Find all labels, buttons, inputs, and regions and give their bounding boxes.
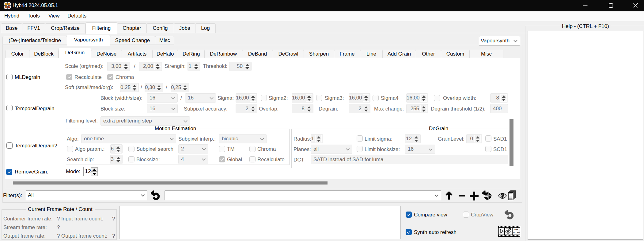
svg-text:VPY: VPY — [514, 228, 518, 231]
svg-text:FILTER: FILTER — [512, 231, 520, 234]
